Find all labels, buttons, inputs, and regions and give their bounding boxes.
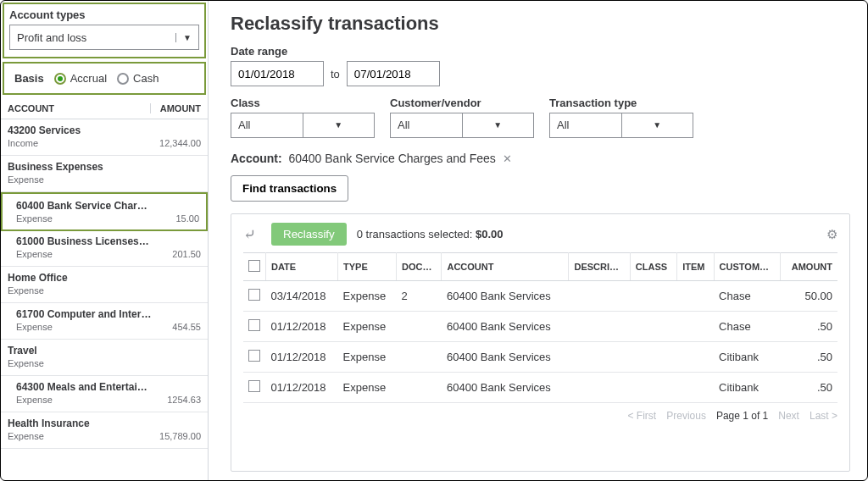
date-start-input[interactable] bbox=[231, 61, 324, 86]
cell-class bbox=[630, 373, 676, 403]
basis-group: Basis Accrual Cash bbox=[3, 62, 206, 95]
cell-date: 01/12/2018 bbox=[266, 342, 338, 373]
basis-radio-accrual[interactable]: Accrual bbox=[54, 72, 107, 85]
cell-custom: Citibank bbox=[714, 342, 781, 373]
gear-icon[interactable]: ⚙ bbox=[826, 227, 837, 242]
account-name: Travel bbox=[8, 345, 37, 357]
class-select[interactable]: All ▼ bbox=[231, 113, 375, 138]
chevron-down-icon: ▼ bbox=[175, 33, 192, 42]
account-filter-label: Account: bbox=[231, 152, 282, 165]
pager: < First Previous Page 1 of 1 Next Last > bbox=[243, 410, 837, 422]
basis-radio-cash[interactable]: Cash bbox=[117, 72, 159, 85]
cell-custom: Chase bbox=[714, 312, 781, 342]
date-range-filter: Date range to bbox=[231, 45, 440, 86]
page-title: Reclassify transactions bbox=[231, 13, 850, 35]
sidebar-account-item[interactable]: Business ExpensesExpense bbox=[1, 156, 208, 192]
pager-first[interactable]: < First bbox=[628, 410, 657, 422]
customer-select[interactable]: All ▼ bbox=[390, 113, 534, 138]
col-item[interactable]: ITEM bbox=[677, 253, 714, 281]
sidebar-account-item[interactable]: 64300 Meals and EntertainmentExpense1254… bbox=[1, 376, 208, 412]
select-all-checkbox[interactable] bbox=[248, 260, 260, 272]
date-range-label: Date range bbox=[231, 45, 440, 58]
row-checkbox[interactable] bbox=[248, 380, 260, 392]
cell-item bbox=[677, 342, 714, 373]
cell-account: 60400 Bank Services bbox=[442, 281, 569, 312]
cell-doc bbox=[397, 342, 442, 373]
account-type: Expense bbox=[16, 213, 53, 224]
col-date[interactable]: DATE bbox=[266, 253, 338, 281]
chevron-down-icon: ▼ bbox=[303, 113, 375, 137]
customer-label: Customer/vendor bbox=[390, 97, 534, 109]
col-account[interactable]: ACCOUNT bbox=[442, 253, 569, 281]
col-doc[interactable]: DOC… bbox=[397, 253, 442, 281]
cell-account: 60400 Bank Services bbox=[442, 312, 569, 342]
sidebar-account-item[interactable]: 61700 Computer and InternetExpense454.55 bbox=[1, 303, 208, 340]
account-name: Business Expenses bbox=[8, 161, 103, 173]
account-name: Home Office bbox=[8, 272, 68, 284]
account-amount: 12,344.00 bbox=[159, 138, 201, 148]
account-types-select[interactable]: Profit and loss ▼ bbox=[9, 25, 199, 50]
cell-descri bbox=[569, 342, 630, 373]
pager-last[interactable]: Last > bbox=[810, 410, 837, 422]
col-descri[interactable]: DESCRI… bbox=[569, 253, 630, 281]
sidebar-account-item[interactable]: 43200 ServicesIncome12,344.00 bbox=[1, 119, 208, 156]
cell-descri bbox=[569, 373, 630, 403]
radio-icon bbox=[117, 73, 129, 85]
table-row[interactable]: 03/14/2018Expense260400 Bank ServicesCha… bbox=[243, 281, 837, 312]
cell-type: Expense bbox=[338, 342, 397, 373]
row-checkbox[interactable] bbox=[248, 319, 260, 331]
account-name: 64300 Meals and Entertainment bbox=[16, 381, 152, 393]
main-panel: Reclassify transactions Date range to Cl… bbox=[209, 1, 867, 480]
sidebar-account-item[interactable]: Home OfficeExpense bbox=[1, 267, 208, 303]
col-amount: AMOUNT bbox=[150, 103, 201, 113]
account-filter: Account: 60400 Bank Service Charges and … bbox=[231, 152, 850, 165]
table-row[interactable]: 01/12/2018Expense60400 Bank ServicesCiti… bbox=[243, 373, 837, 403]
cell-date: 03/14/2018 bbox=[266, 281, 338, 312]
sidebar-account-item[interactable]: TravelExpense bbox=[1, 340, 208, 376]
row-checkbox[interactable] bbox=[248, 350, 260, 362]
txtype-label: Transaction type bbox=[549, 97, 693, 109]
sidebar-account-item[interactable]: Health InsuranceExpense15,789.00 bbox=[1, 412, 208, 449]
col-class[interactable]: CLASS bbox=[630, 253, 676, 281]
date-to-text: to bbox=[331, 68, 340, 80]
account-name: 61700 Computer and Internet bbox=[16, 308, 152, 320]
table-row[interactable]: 01/12/2018Expense60400 Bank ServicesCiti… bbox=[243, 342, 837, 373]
class-label: Class bbox=[231, 97, 375, 109]
pager-next[interactable]: Next bbox=[778, 410, 799, 422]
cell-doc bbox=[397, 312, 442, 342]
account-type: Expense bbox=[8, 358, 44, 368]
sort-icon[interactable]: ⤶ bbox=[243, 225, 261, 244]
cell-item bbox=[677, 281, 714, 312]
reclassify-button[interactable]: Reclassify bbox=[271, 223, 347, 246]
basis-label: Basis bbox=[14, 72, 44, 85]
account-types-group: Account types Profit and loss ▼ bbox=[3, 3, 206, 58]
cell-type: Expense bbox=[338, 281, 397, 312]
account-list: 43200 ServicesIncome12,344.00Business Ex… bbox=[1, 119, 208, 480]
sidebar-account-item[interactable]: 60400 Bank Service Charges and …Expense1… bbox=[1, 192, 208, 231]
cell-account: 60400 Bank Services bbox=[442, 373, 569, 403]
date-end-input[interactable] bbox=[347, 61, 440, 86]
radio-selected-icon bbox=[54, 73, 66, 85]
sidebar: Account types Profit and loss ▼ Basis Ac… bbox=[1, 1, 209, 480]
account-type: Income bbox=[8, 138, 38, 148]
row-checkbox[interactable] bbox=[248, 289, 260, 301]
account-type: Expense bbox=[16, 395, 53, 405]
col-type[interactable]: TYPE bbox=[338, 253, 397, 281]
pager-prev[interactable]: Previous bbox=[666, 410, 706, 422]
sidebar-account-item[interactable]: 61000 Business Licenses and FeesExpense2… bbox=[1, 230, 208, 267]
account-amount: 201.50 bbox=[172, 249, 201, 259]
account-type: Expense bbox=[16, 249, 53, 259]
cell-item bbox=[677, 373, 714, 403]
find-transactions-button[interactable]: Find transactions bbox=[231, 175, 348, 202]
close-icon[interactable]: ✕ bbox=[503, 152, 512, 165]
table-row[interactable]: 01/12/2018Expense60400 Bank ServicesChas… bbox=[243, 312, 837, 342]
col-amount[interactable]: AMOUNT bbox=[781, 253, 837, 281]
cell-descri bbox=[569, 281, 630, 312]
cell-type: Expense bbox=[338, 312, 397, 342]
cell-amount: .50 bbox=[781, 373, 837, 403]
txtype-select[interactable]: All ▼ bbox=[549, 113, 693, 138]
cell-amount: .50 bbox=[781, 312, 837, 342]
account-amount: 454.55 bbox=[172, 322, 201, 332]
col-custom[interactable]: CUSTOM… bbox=[714, 253, 781, 281]
account-type: Expense bbox=[16, 322, 53, 332]
